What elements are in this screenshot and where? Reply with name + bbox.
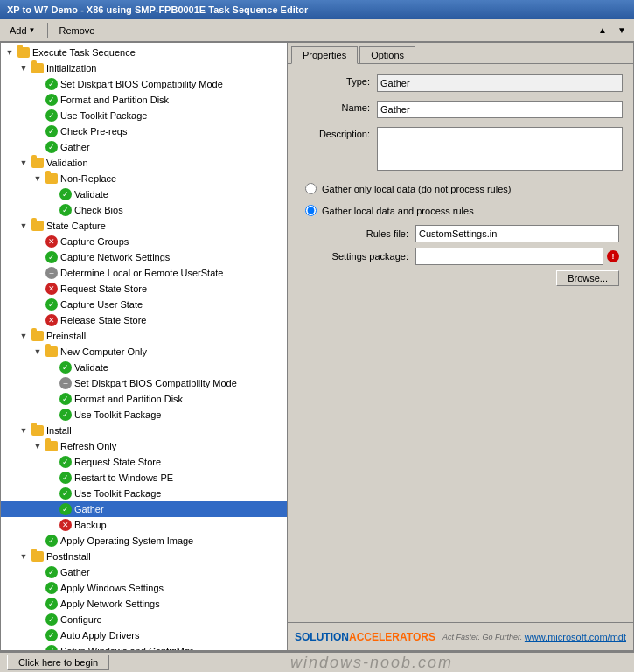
add-label: Add: [10, 25, 27, 36]
radio-process-rules-label: Gather local data and process rules: [322, 206, 474, 216]
tree-item-validate2[interactable]: ✓Validate: [1, 360, 287, 375]
expand-icon: ▼: [31, 172, 45, 186]
folder-icon: [45, 439, 59, 453]
description-input[interactable]: [377, 127, 623, 171]
item-label: Initialization: [46, 63, 96, 74]
item-label: Check Bios: [74, 205, 123, 215]
tab-properties[interactable]: Properties: [291, 46, 358, 64]
item-label: Capture Groups: [60, 236, 129, 247]
name-input[interactable]: [377, 101, 623, 118]
folder-icon: [45, 345, 59, 359]
tree-item-initialization[interactable]: ▼Initialization: [1, 60, 287, 76]
tree-item-apply-windows[interactable]: ✓Apply Windows Settings: [1, 580, 287, 596]
logo-url[interactable]: www.microsoft.com/mdt: [525, 632, 626, 642]
tree-item-apply-network[interactable]: ✓Apply Network Settings: [1, 596, 287, 612]
tree-item-capture-user[interactable]: ✓Capture User State: [1, 297, 287, 312]
tree-item-gather2[interactable]: ✓Gather: [1, 501, 287, 517]
green-check-icon: ✓: [59, 502, 73, 516]
expand-icon: ▼: [17, 219, 31, 233]
green-check-icon: ✓: [45, 628, 59, 642]
add-button[interactable]: Add ▼: [3, 24, 42, 38]
radio-section: Gather only local data (do not process r…: [298, 181, 623, 286]
item-label: State Capture: [46, 220, 106, 231]
gray-icon: –: [59, 376, 73, 390]
tree-item-request-state2[interactable]: ✓Request State Store: [1, 454, 287, 470]
rules-file-input[interactable]: [415, 225, 619, 242]
browse-button[interactable]: Browse...: [556, 270, 619, 286]
item-label: Install: [46, 425, 72, 436]
bottom-bar: SOLUTIONACCELERATORS Act Faster. Go Furt…: [288, 622, 633, 650]
tree-item-postinstall[interactable]: ▼PostInstall: [1, 549, 287, 564]
green-check-icon: ✓: [45, 581, 59, 595]
toolbar-icon-2[interactable]: ▼: [613, 22, 631, 39]
tree-item-set-diskpart[interactable]: ✓Set Diskpart BIOS Compatibility Mode: [1, 76, 287, 92]
green-check-icon: ✓: [59, 471, 73, 485]
tree-item-format-partition[interactable]: ✓Format and Partition Disk: [1, 92, 287, 108]
toolbar-icon-1[interactable]: ▲: [594, 22, 611, 39]
item-label: Execute Task Sequence: [32, 47, 136, 58]
tree-item-preinstall[interactable]: ▼Preinstall: [1, 328, 287, 344]
expand-icon: ▼: [31, 345, 45, 359]
tree-item-configure[interactable]: ✓Configure: [1, 612, 287, 627]
item-label: Capture User State: [60, 299, 143, 310]
tree-item-setup-windows[interactable]: ✓Setup Windows and ConfigMgr: [1, 643, 287, 651]
radio-local-only[interactable]: [305, 183, 317, 194]
tree-item-capture-groups[interactable]: ✕Capture Groups: [1, 234, 287, 249]
begin-button[interactable]: Click here to begin: [7, 654, 109, 670]
tree-item-refresh-only[interactable]: ▼Refresh Only: [1, 438, 287, 454]
green-check-icon: ✓: [45, 597, 59, 611]
tree-item-release-state[interactable]: ✕Release State Store: [1, 312, 287, 328]
tree-item-backup[interactable]: ✕Backup: [1, 517, 287, 533]
tree-item-restart-win-pe[interactable]: ✓Restart to Windows PE: [1, 470, 287, 486]
tree-item-install[interactable]: ▼Install: [1, 423, 287, 438]
status-bar: Click here to begin windows-noob.com: [0, 651, 634, 672]
tab-options[interactable]: Options: [359, 46, 415, 63]
title-bar: XP to W7 Demo - X86 using SMP-FPB0001E T…: [0, 0, 634, 19]
tree-item-check-prereqs[interactable]: ✓Check Pre-reqs: [1, 123, 287, 139]
tree-panel: ▼Execute Task Sequence▼Initialization✓Se…: [0, 42, 287, 651]
green-check-icon: ✓: [45, 108, 59, 122]
watermark: windows-noob.com: [116, 654, 627, 672]
tree-item-capture-network[interactable]: ✓Capture Network Settings: [1, 249, 287, 265]
tree-item-set-diskpart2[interactable]: –Set Diskpart BIOS Compatibility Mode: [1, 375, 287, 391]
green-check-icon: ✓: [59, 203, 73, 217]
settings-package-input[interactable]: [415, 248, 603, 265]
tree-item-use-toolkit3[interactable]: ✓Use Toolkit Package: [1, 486, 287, 501]
item-label: Validate: [74, 189, 108, 200]
name-label: Name:: [298, 101, 377, 113]
tree-item-auto-apply[interactable]: ✓Auto Apply Drivers: [1, 627, 287, 643]
item-label: Use Toolkit Package: [74, 410, 161, 420]
item-label: Capture Network Settings: [60, 252, 170, 262]
tree-item-use-toolkit[interactable]: ✓Use Toolkit Package: [1, 108, 287, 123]
tree-item-new-computer[interactable]: ▼New Computer Only: [1, 344, 287, 360]
tree-item-execute[interactable]: ▼Execute Task Sequence: [1, 45, 287, 60]
radio-process-rules[interactable]: [305, 205, 317, 216]
tree-item-gather1[interactable]: ✓Gather: [1, 139, 287, 155]
tree-item-gather3[interactable]: ✓Gather: [1, 564, 287, 580]
tree-item-determine-local[interactable]: –Determine Local or Remote UserState: [1, 265, 287, 281]
tree-item-validate[interactable]: ✓Validate: [1, 186, 287, 202]
tree-item-request-state[interactable]: ✕Request State Store: [1, 281, 287, 297]
red-x-icon: ✕: [45, 313, 59, 327]
tree-item-use-toolkit2[interactable]: ✓Use Toolkit Package: [1, 407, 287, 423]
tree-item-state-capture[interactable]: ▼State Capture: [1, 218, 287, 234]
remove-button[interactable]: Remove: [53, 24, 101, 38]
expand-icon: ▼: [17, 424, 31, 438]
type-value: [377, 74, 623, 92]
expand-icon: ▼: [31, 439, 45, 453]
tree-item-apply-os[interactable]: ✓Apply Operating System Image: [1, 533, 287, 549]
tree-item-format2[interactable]: ✓Format and Partition Disk: [1, 391, 287, 407]
radio-row-1: Gather only local data (do not process r…: [302, 181, 619, 196]
rules-file-label: Rules file:: [319, 228, 415, 239]
type-row: Type:: [298, 74, 623, 92]
green-check-icon: ✓: [45, 534, 59, 548]
tree-item-validation[interactable]: ▼Validation: [1, 155, 287, 171]
item-label: Use Toolkit Package: [74, 488, 161, 499]
tree-item-check-bios[interactable]: ✓Check Bios: [1, 202, 287, 218]
type-input[interactable]: [377, 74, 623, 92]
item-label: Release State Store: [60, 315, 146, 326]
green-check-icon: ✓: [59, 360, 73, 374]
tab-strip: Properties Options: [288, 43, 633, 64]
tree-item-non-replace[interactable]: ▼Non-Replace: [1, 171, 287, 186]
gray-icon: –: [45, 266, 59, 280]
